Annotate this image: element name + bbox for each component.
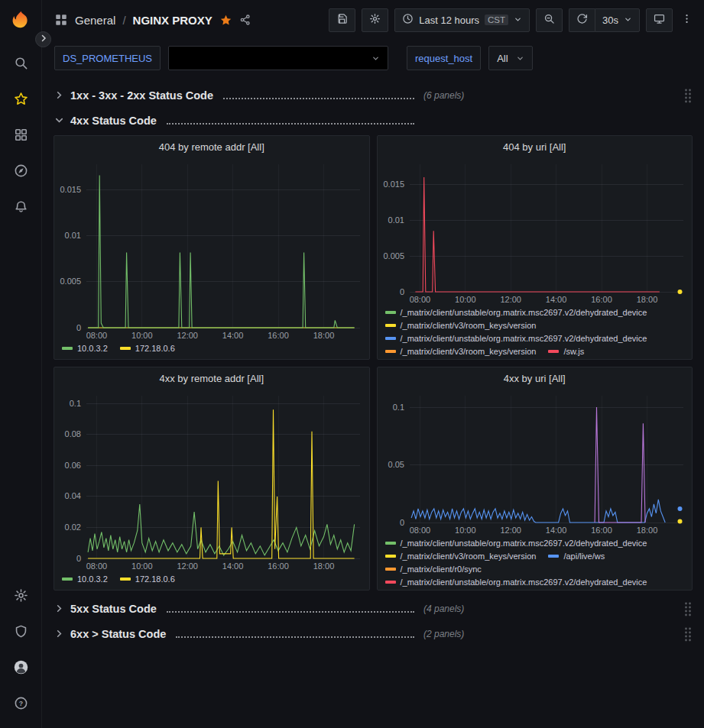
grafana-logo[interactable]	[8, 9, 33, 34]
refresh-icon	[576, 13, 588, 27]
panel-4xx-by-remote-addr: 4xx by remote addr [All] 00.020.040.060.…	[54, 367, 370, 590]
panel-legend: 10.0.3.2172.18.0.6	[54, 341, 369, 359]
row-drag-handle[interactable]	[683, 600, 693, 617]
top-navbar: General / NGINX PROXY Last 12 hours CST	[42, 0, 704, 40]
chevron-down-icon	[54, 115, 65, 126]
svg-text:0.02: 0.02	[65, 523, 81, 532]
dashboard-settings-button[interactable]	[362, 8, 388, 32]
save-dashboard-button[interactable]	[329, 8, 355, 32]
zoom-out-time-button[interactable]	[536, 8, 563, 32]
tv-mode-button[interactable]	[646, 8, 673, 32]
legend-item[interactable]: /_matrix/client/unstable/org.matrix.msc2…	[385, 333, 647, 344]
legend-item[interactable]: 10.0.3.2	[62, 574, 108, 584]
sidebar-item-search[interactable]	[0, 46, 42, 82]
sidebar-item-profile[interactable]	[0, 650, 42, 686]
legend-item[interactable]: /sw.js	[548, 346, 584, 357]
svg-text:?: ?	[18, 699, 22, 707]
time-series-plot[interactable]: 00.050.108:0010:0012:0014:0016:0018:00	[378, 390, 693, 536]
refresh-button[interactable]	[569, 8, 595, 32]
row-toggle[interactable]: 4xx Status Code	[54, 115, 414, 127]
legend-item[interactable]: /_matrix/client/v3/room_keys/version	[385, 346, 537, 357]
series-color-marker	[62, 347, 73, 350]
legend-item[interactable]: /api/live/ws	[548, 551, 605, 561]
svg-text:16:00: 16:00	[268, 331, 289, 340]
time-series-plot[interactable]: 00.0050.010.01508:0010:0012:0014:0016:00…	[54, 158, 369, 341]
row-toggle[interactable]: 5xx Status Code	[54, 603, 414, 615]
row-title: 4xx Status Code	[70, 115, 157, 127]
series-color-marker	[548, 350, 559, 353]
series-color-marker	[385, 555, 396, 558]
panel-legend: /_matrix/client/unstable/org.matrix.msc2…	[378, 306, 693, 359]
breadcrumb-separator: /	[122, 14, 125, 27]
legend-item[interactable]: /_matrix/client/unstable/org.matrix.msc2…	[385, 538, 647, 548]
monitor-icon	[654, 13, 665, 27]
legend-label: 172.18.0.6	[135, 343, 175, 354]
sidebar-item-configuration[interactable]	[0, 578, 42, 614]
caret-down-icon	[624, 15, 632, 26]
svg-text:0: 0	[399, 287, 404, 296]
panel-header[interactable]: 4xx by remote addr [All]	[54, 367, 369, 390]
help-icon: ?	[14, 696, 28, 713]
sidebar-item-server-admin[interactable]	[0, 614, 42, 650]
svg-text:14:00: 14:00	[222, 561, 244, 571]
panel-404-by-remote-addr: 404 by remote addr [All] 00.0050.010.015…	[54, 135, 370, 360]
legend-item[interactable]: 172.18.0.6	[120, 343, 175, 354]
legend-item[interactable]: /_matrix/client/r0/sync	[385, 564, 482, 574]
chevron-right-icon	[54, 89, 65, 101]
time-range-picker[interactable]: Last 12 hours CST	[394, 8, 530, 32]
legend-item[interactable]: /_matrix/client/unstable/org.matrix.msc2…	[385, 307, 647, 318]
row-title: 1xx - 3xx - 2xx Status Code	[70, 89, 213, 102]
sidebar-item-dashboards[interactable]	[0, 118, 42, 154]
series-color-marker	[385, 337, 396, 340]
sidebar-item-starred[interactable]	[0, 82, 42, 118]
time-range-label: Last 12 hours	[419, 15, 479, 26]
variable-ds-prometheus-select[interactable]	[168, 46, 388, 70]
panel-header[interactable]: 404 by remote addr [All]	[54, 136, 369, 158]
sidebar-expand-button[interactable]	[35, 31, 51, 47]
shield-icon	[14, 624, 28, 641]
share-icon[interactable]	[239, 14, 251, 26]
legend-item[interactable]: 10.0.3.2	[62, 343, 108, 354]
sidebar-item-alerting[interactable]	[0, 189, 42, 225]
row-dotted-leader	[223, 98, 414, 99]
legend-label: /_matrix/client/v3/room_keys/version	[401, 551, 537, 561]
row-toggle[interactable]: 1xx - 3xx - 2xx Status Code	[54, 89, 414, 102]
variable-request-host-select[interactable]: All	[488, 46, 532, 70]
explore-compass-icon	[14, 163, 28, 180]
kebab-icon	[681, 13, 693, 27]
svg-text:14:00: 14:00	[222, 331, 244, 340]
panel-header[interactable]: 4xx by uri [All]	[378, 367, 693, 390]
panel-404-by-uri: 404 by uri [All] 00.0050.010.01508:0010:…	[377, 135, 693, 360]
time-series-plot[interactable]: 00.0050.010.01508:0010:0012:0014:0016:00…	[378, 158, 693, 306]
time-series-plot[interactable]: 00.020.040.060.080.108:0010:0012:0014:00…	[54, 390, 369, 572]
row-title: 6xx > Status Code	[70, 628, 166, 640]
panels-grid: 404 by remote addr [All] 00.0050.010.015…	[54, 135, 693, 590]
svg-text:0: 0	[399, 518, 404, 527]
legend-item[interactable]: /_matrix/client/v3/room_keys/version	[385, 320, 537, 331]
favorite-star-icon[interactable]	[219, 14, 232, 27]
breadcrumb-section[interactable]: General	[75, 14, 115, 27]
row-drag-handle[interactable]	[683, 87, 693, 104]
row-header-1xx-3xx-2xx: 1xx - 3xx - 2xx Status Code (6 panels)	[54, 85, 693, 105]
panel-legend: /_matrix/client/unstable/org.matrix.msc2…	[378, 536, 693, 590]
svg-text:0.08: 0.08	[65, 429, 81, 438]
chevron-right-icon	[54, 628, 65, 639]
legend-item[interactable]: 172.18.0.6	[120, 574, 175, 584]
refresh-interval-picker[interactable]: 30s	[595, 8, 640, 32]
panel-header[interactable]: 404 by uri [All]	[378, 136, 693, 158]
svg-text:18:00: 18:00	[636, 295, 657, 304]
chevron-right-icon	[39, 34, 48, 45]
series-color-marker	[120, 347, 131, 350]
row-drag-handle[interactable]	[683, 626, 693, 642]
sidebar-item-explore[interactable]	[0, 154, 42, 189]
variables-bar: DS_PROMETHEUS request_host All	[42, 40, 704, 79]
clock-icon	[402, 13, 414, 27]
caret-down-icon	[516, 54, 524, 63]
row-toggle[interactable]: 6xx > Status Code	[54, 628, 414, 640]
sidebar-item-help[interactable]: ?	[0, 686, 42, 722]
legend-item[interactable]: /_matrix/client/unstable/org.matrix.msc2…	[385, 577, 647, 587]
more-options-button[interactable]	[679, 8, 695, 32]
svg-text:0.06: 0.06	[65, 461, 81, 470]
legend-item[interactable]: /_matrix/client/v3/room_keys/version	[385, 551, 537, 561]
star-icon	[14, 92, 28, 108]
